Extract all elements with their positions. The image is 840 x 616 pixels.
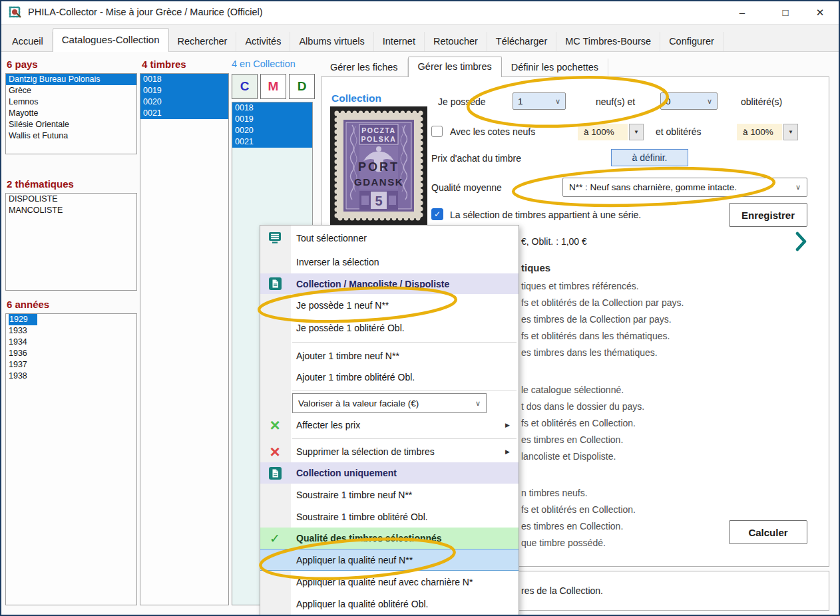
collection-c-button[interactable]: C xyxy=(232,74,258,99)
obliteres-suffix-label: oblitéré(s) xyxy=(741,96,782,107)
list-item[interactable]: 1933 xyxy=(6,325,136,337)
check-icon: ✓ xyxy=(268,531,282,545)
menu-item-appliquer-qualite-neuf[interactable]: Appliquer la qualité neuf N** xyxy=(260,549,519,571)
tab-gerer-les-fiches[interactable]: Gérer les fiches xyxy=(321,59,408,77)
menu-separator xyxy=(260,339,519,345)
cote-neufs-value[interactable]: à 100% xyxy=(578,124,628,140)
prix-achat-label: Prix d'achat du timbre xyxy=(431,153,521,164)
menu-item-soustraire-1-neuf[interactable]: Soustraire 1 timbre neuf N** xyxy=(260,484,519,506)
stats-line: tiques et timbres référencés. xyxy=(521,281,639,291)
serie-label: La sélection de timbres appartient à une… xyxy=(450,210,641,220)
list-item[interactable]: 1936 xyxy=(6,348,136,359)
a-definir-button[interactable]: à définir. xyxy=(611,149,688,166)
cote-neufs-dropdown-button[interactable]: ▼ xyxy=(629,124,644,140)
list-item[interactable]: Mayotte xyxy=(6,108,136,119)
stats-heading-fragment: tiques xyxy=(521,262,550,273)
context-menu: Tout sélectionner Inverser la sélection … xyxy=(260,225,519,616)
list-item[interactable]: Grèce xyxy=(6,85,136,96)
svg-text:POLSKA: POLSKA xyxy=(361,135,397,143)
avec-cotes-checkbox[interactable] xyxy=(431,126,443,137)
menu-item-ajouter-1-oblitere[interactable]: Ajouter 1 timbre oblitéré Obl. xyxy=(260,367,519,387)
tab-accueil[interactable]: Accueil xyxy=(3,32,53,51)
tab-retoucher[interactable]: Retoucher xyxy=(425,32,487,51)
tab-definir-les-pochettes[interactable]: Définir les pochettes xyxy=(502,59,608,77)
list-item[interactable]: 0021 xyxy=(140,108,228,119)
list-item[interactable]: Silésie Orientale xyxy=(6,119,136,130)
stamp-image: POCZTA POLSKA PORT GDANSK 5 xyxy=(330,106,427,225)
tab-catalogues-collection[interactable]: Catalogues-Collection xyxy=(53,28,169,52)
menu-item-je-possede-1-neuf[interactable]: Je possède 1 neuf N** xyxy=(260,294,519,317)
list-item[interactable]: MANCOLISTE xyxy=(6,205,136,216)
menu-item-affecter-les-prix[interactable]: × Affecter les prix ▶ xyxy=(260,414,519,436)
tab-rechercher[interactable]: Rechercher xyxy=(169,32,237,51)
menu-item-ajouter-1-neuf[interactable]: Ajouter 1 timbre neuf N** xyxy=(260,345,519,367)
qualite-dropdown[interactable]: N** : Neuf sans charnière, gomme intacte… xyxy=(562,178,807,197)
list-item[interactable]: Lemnos xyxy=(6,96,136,108)
calculer-button[interactable]: Calculer xyxy=(729,520,807,544)
list-item[interactable]: 0020 xyxy=(140,96,228,108)
list-item[interactable]: DISPOLISTE xyxy=(6,194,136,205)
list-item[interactable]: 1938 xyxy=(6,371,136,382)
cmd-button-group: C M D xyxy=(232,74,315,99)
list-item[interactable]: 0018 xyxy=(232,102,312,114)
cote-obliteres-value[interactable]: à 100% xyxy=(737,124,782,140)
list-item[interactable]: 1934 xyxy=(6,337,136,348)
panel-tab-bar: Gérer les fiches Gérer les timbres Défin… xyxy=(321,57,829,77)
tab-gerer-les-timbres[interactable]: Gérer les timbres xyxy=(408,57,502,77)
footer-fragment: res de la Collection. xyxy=(521,585,603,596)
stats-line: le catalogue sélectionné. xyxy=(521,385,624,395)
menu-item-appliquer-qualite-oblitere[interactable]: Appliquer la qualité oblitéré Obl. xyxy=(260,593,519,615)
list-item[interactable]: 0020 xyxy=(232,125,312,136)
cote-obliteres-dropdown-button[interactable]: ▼ xyxy=(783,124,798,140)
red-x-icon: × xyxy=(268,444,282,459)
tab-mc-timbres-bourse[interactable]: MC Timbres-Bourse xyxy=(556,32,660,51)
list-item[interactable]: Wallis et Futuna xyxy=(6,130,136,142)
menu-section-collection-uniquement[interactable]: Collection uniquement xyxy=(260,462,519,484)
tab-configurer[interactable]: Configurer xyxy=(660,32,724,51)
list-item[interactable]: Dantzig Bureau Polonais xyxy=(6,74,136,85)
maximize-button[interactable]: □ xyxy=(772,4,799,21)
tab-internet[interactable]: Internet xyxy=(374,32,425,51)
svg-text:GDANSK: GDANSK xyxy=(354,176,403,188)
close-button[interactable]: ✕ xyxy=(807,4,833,21)
menu-item-tout-selectionner[interactable]: Tout sélectionner xyxy=(260,226,519,250)
menu-item-soustraire-1-oblitere[interactable]: Soustraire 1 timbre oblitéré Obl. xyxy=(260,506,519,528)
chevron-down-icon: ∨ xyxy=(555,97,560,106)
serie-checkbox[interactable]: ✓ xyxy=(431,208,443,220)
list-item[interactable]: 0021 xyxy=(232,136,312,148)
obliteres-count-dropdown[interactable]: 0 ∨ xyxy=(660,92,718,110)
mancoliste-m-button[interactable]: M xyxy=(260,74,286,99)
minimize-button[interactable]: – xyxy=(729,4,755,21)
tab-albums-virtuels[interactable]: Albums virtuels xyxy=(290,32,373,51)
dispoliste-d-button[interactable]: D xyxy=(289,74,315,99)
list-item[interactable]: 0018 xyxy=(140,74,228,85)
menu-item-supprimer-selection[interactable]: × Supprimer la sélection de timbres ▶ xyxy=(260,440,519,462)
thematiques-listbox[interactable]: DISPOLISTE MANCOLISTE xyxy=(5,193,137,291)
list-item[interactable]: 0019 xyxy=(232,114,312,125)
list-item[interactable]: 0019 xyxy=(140,85,228,96)
tab-telecharger[interactable]: Télécharger xyxy=(487,32,556,51)
annees-header: 6 années xyxy=(7,299,49,310)
next-chevron-icon[interactable] xyxy=(794,231,809,251)
je-possede-label: Je possède xyxy=(438,96,486,107)
annees-listbox[interactable]: 1929 1933 1934 1936 1937 1938 xyxy=(5,313,137,605)
stats-line: es timbres dans les thématiques. xyxy=(521,347,658,358)
menu-item-je-possede-1-oblitere[interactable]: Je possède 1 oblitéré Obl. xyxy=(260,317,519,339)
document-icon xyxy=(268,277,282,291)
timbres-listbox[interactable]: 0018 0019 0020 0021 xyxy=(140,73,229,605)
menu-item-appliquer-qualite-charniere[interactable]: Appliquer la qualité neuf avec charnière… xyxy=(260,571,519,593)
enregistrer-button[interactable]: Enregistrer xyxy=(729,203,807,227)
list-item[interactable]: 1929 xyxy=(6,314,136,325)
timbres-header: 4 timbres xyxy=(142,59,186,70)
valoriser-dropdown[interactable]: Valoriser à la valeur faciale (€) ∨ xyxy=(292,393,487,413)
menu-section-qualite-timbres[interactable]: ✓ Qualité des timbres sélectionnés xyxy=(260,528,519,549)
tab-activites[interactable]: Activités xyxy=(236,32,290,51)
neufs-count-dropdown[interactable]: 1 ∨ xyxy=(513,92,566,110)
chevron-down-icon: ∨ xyxy=(707,97,712,106)
svg-text:POCZTA: POCZTA xyxy=(361,126,395,134)
list-item[interactable]: 1937 xyxy=(6,359,136,371)
pays-listbox[interactable]: Dantzig Bureau Polonais Grèce Lemnos May… xyxy=(5,73,137,154)
app-window: PHILA-Collector - Mise à jour Grèce / Ma… xyxy=(0,0,840,616)
menu-section-collection-mancoliste-dispoliste[interactable]: Collection / Mancoliste / Dispoliste xyxy=(260,273,519,294)
menu-item-inverser-la-selection[interactable]: Inverser la sélection xyxy=(260,250,519,273)
